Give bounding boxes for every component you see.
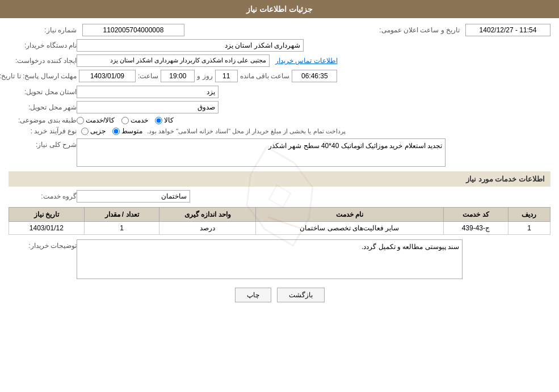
deadline-date: 1403/01/09 xyxy=(79,70,136,82)
back-button[interactable]: بازگشت xyxy=(277,288,325,302)
city-value: صدوق xyxy=(77,101,218,113)
category-label: طبقه بندی موضوعی: xyxy=(9,116,77,124)
deadline-time: 19:00 xyxy=(161,70,195,82)
cell-quantity: 1 xyxy=(84,222,159,235)
deadline-remaining: 06:46:35 xyxy=(292,70,337,82)
category-radio-khedmat[interactable] xyxy=(121,117,129,124)
announcement-label: تاریخ و ساعت اعلان عمومی: xyxy=(380,26,460,34)
page-title: جزئیات اطلاعات نیاز xyxy=(246,5,313,14)
creator-label: ایجاد کننده درخواست: xyxy=(9,57,77,65)
announcement-value: 1402/12/27 - 11:54 xyxy=(465,24,550,36)
purchase-type-label-jozii: جزیی xyxy=(90,127,106,135)
category-radio-kala-khedmat[interactable] xyxy=(77,117,84,124)
deadline-days: 11 xyxy=(215,70,238,82)
cell-service_code: ج-43-439 xyxy=(443,222,508,235)
page-header: جزئیات اطلاعات نیاز xyxy=(0,0,559,18)
purchase-type-radio-mota[interactable] xyxy=(112,128,120,135)
category-label-kala: کالا xyxy=(164,116,174,124)
buyer-notes-text: سند پیوستی مطالعه و تکمیل گردد. xyxy=(362,243,459,251)
cell-unit: درصد xyxy=(159,222,256,235)
col-service-code: کد خدمت xyxy=(443,208,508,222)
need-number-value: 1102005704000008 xyxy=(82,24,184,36)
category-radio-group: کالا/خدمت خدمت کالا xyxy=(77,116,174,124)
col-row-num: ردیف xyxy=(508,208,550,222)
category-option-kala[interactable]: کالا xyxy=(155,116,174,124)
category-label-kala-khedmat: کالا/خدمت xyxy=(86,116,115,124)
col-unit: واحد اندازه گیری xyxy=(159,208,256,222)
creator-link[interactable]: اطلاعات تماس خریدار xyxy=(275,57,338,65)
purchase-note: پرداخت تمام یا بخشی از مبلغ خریدار از مح… xyxy=(147,128,346,135)
category-radio-kala[interactable] xyxy=(155,117,162,124)
deadline-label: مهلت ارسال پاسخ: تا تاریخ: xyxy=(9,72,77,80)
province-label: استان محل تحویل: xyxy=(9,88,77,96)
services-section-header: اطلاعات خدمات مورد نیاز xyxy=(9,171,550,187)
services-table: ردیف کد خدمت نام خدمت واحد اندازه گیری ت… xyxy=(9,207,550,235)
bottom-buttons: بازگشت چاپ xyxy=(9,288,550,302)
buyer-org-value: شهرداری اشکذر استان یزد xyxy=(77,39,304,52)
category-option-khedmat[interactable]: خدمت xyxy=(121,116,148,124)
buyer-org-label: نام دستگاه خریدار: xyxy=(9,41,77,49)
service-group-label: گروه خدمت: xyxy=(9,192,77,200)
need-number-label: شماره نیاز: xyxy=(9,26,77,34)
col-service-name: نام خدمت xyxy=(256,208,444,222)
purchase-type-option-jozii[interactable]: جزیی xyxy=(81,127,106,135)
purchase-type-radio-group: جزیی متوسط xyxy=(81,127,142,135)
city-label: شهر محل تحویل: xyxy=(9,103,77,111)
cell-row_num: 1 xyxy=(508,222,550,235)
purchase-type-label: نوع فرآیند خرید : xyxy=(9,127,77,135)
need-desc-value: تجدید استعلام خرید موزائیک اتوماتیک 40*4… xyxy=(77,138,445,167)
table-row: 1ج-43-439سایر فعالیت‌های تخصصی ساختماندر… xyxy=(9,222,550,235)
deadline-days-label: روز و xyxy=(197,72,212,80)
deadline-time-label: ساعت: xyxy=(138,72,158,80)
need-desc-label: شرح کلی نیاز: xyxy=(9,138,77,149)
category-label-khedmat: خدمت xyxy=(131,116,148,124)
deadline-remaining-label: ساعت باقی مانده xyxy=(240,72,290,80)
purchase-type-option-mota[interactable]: متوسط xyxy=(112,127,142,135)
buyer-notes-label: توضیحات خریدار: xyxy=(9,239,77,250)
col-need-date: تاریخ نیاز xyxy=(9,208,85,222)
province-value: یزد xyxy=(77,86,218,98)
cell-service_name: سایر فعالیت‌های تخصصی ساختمان xyxy=(256,222,444,235)
purchase-type-label-mota: متوسط xyxy=(121,127,142,135)
cell-need_date: 1403/01/12 xyxy=(9,222,85,235)
creator-value: مجتبی علی زاده اشکذری کاربردار شهرداری ا… xyxy=(77,54,270,67)
print-button[interactable]: چاپ xyxy=(235,288,271,302)
service-group-value: ساختمان xyxy=(77,190,190,203)
category-option-kala-khedmat[interactable]: کالا/خدمت xyxy=(77,116,115,124)
purchase-type-radio-jozii[interactable] xyxy=(81,128,89,135)
col-quantity: تعداد / مقدار xyxy=(84,208,159,222)
buyer-notes-value: سند پیوستی مطالعه و تکمیل گردد. xyxy=(77,239,463,279)
